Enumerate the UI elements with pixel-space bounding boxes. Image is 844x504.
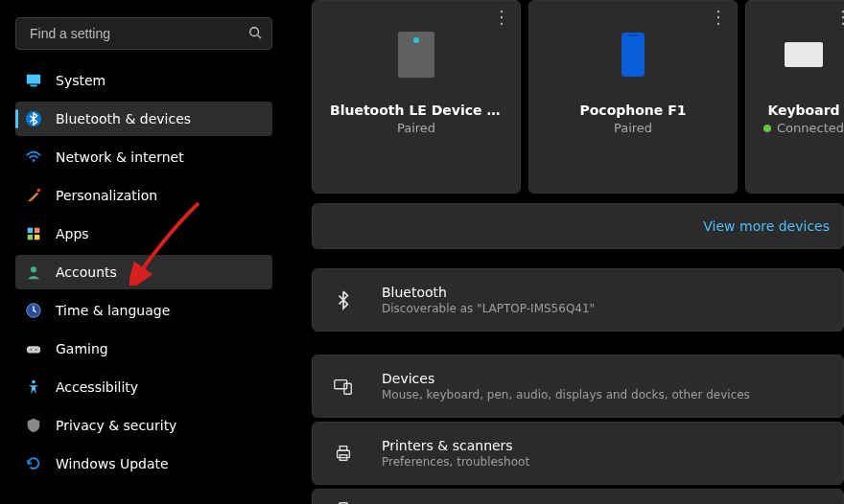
view-more-devices-bar[interactable]: View more devices (312, 203, 844, 249)
nav-list: System Bluetooth & devices Network & int… (0, 63, 288, 481)
bluetooth-toggle-row[interactable]: Bluetooth Discoverable as "LAPTOP-IMS56Q… (312, 268, 844, 332)
search-icon (248, 25, 262, 43)
device-status: Paired (614, 121, 652, 135)
svg-point-5 (33, 159, 35, 162)
sidebar-item-privacy-security[interactable]: Privacy & security (15, 408, 272, 443)
main-content: ⋮ Bluetooth LE Device 70b... Paired ⋮ Po… (312, 0, 844, 504)
monitor-icon (25, 72, 42, 89)
svg-rect-10 (35, 235, 39, 240)
apps-icon (25, 225, 42, 242)
shield-icon (25, 417, 42, 434)
svg-rect-7 (28, 228, 33, 233)
device-name: Bluetooth LE Device 70b... (330, 103, 503, 118)
sidebar-item-label: Bluetooth & devices (56, 111, 191, 126)
device-name: Keyboard (767, 103, 839, 118)
accessibility-icon (25, 378, 42, 396)
gamepad-icon (25, 340, 42, 357)
sidebar-item-label: Privacy & security (56, 418, 176, 433)
device-name: Pocophone F1 (579, 103, 686, 118)
sidebar-item-accessibility[interactable]: Accessibility (15, 370, 272, 404)
sidebar: System Bluetooth & devices Network & int… (0, 0, 288, 504)
sidebar-item-label: Windows Update (56, 456, 169, 471)
sidebar-item-time-language[interactable]: Time & language (15, 293, 272, 328)
sidebar-item-accounts[interactable]: Accounts (15, 255, 272, 289)
view-more-devices-link[interactable]: View more devices (703, 218, 830, 234)
sidebar-item-label: Accounts (56, 264, 117, 280)
card-menu-icon[interactable]: ⋮ (831, 3, 844, 31)
search-box[interactable] (15, 17, 272, 50)
row-title: Devices (382, 371, 750, 386)
svg-rect-9 (28, 235, 33, 240)
svg-rect-3 (30, 85, 36, 87)
svg-point-15 (30, 349, 32, 351)
search-wrap (0, 0, 288, 63)
svg-point-6 (37, 189, 41, 193)
svg-rect-2 (27, 75, 40, 84)
device-card[interactable]: ⋮ Pocophone F1 Paired (528, 0, 738, 194)
device-thumb-icon (785, 28, 823, 81)
svg-point-11 (31, 266, 36, 272)
device-status: Connected (763, 121, 844, 135)
svg-rect-18 (335, 380, 347, 389)
svg-point-17 (32, 380, 35, 384)
devices-row[interactable]: Devices Mouse, keyboard, pen, audio, dis… (312, 355, 844, 418)
device-thumb-icon (621, 28, 645, 81)
svg-point-0 (250, 27, 259, 35)
clock-globe-icon (25, 302, 42, 319)
search-input[interactable] (28, 25, 248, 42)
svg-point-16 (35, 349, 37, 351)
printers-scanners-row[interactable]: Printers & scanners Preferences, trouble… (312, 422, 844, 485)
bluetooth-icon (330, 289, 357, 310)
wifi-icon (25, 149, 42, 166)
person-icon (25, 263, 42, 281)
settings-list: Bluetooth Discoverable as "LAPTOP-IMS56Q… (312, 268, 844, 504)
device-thumb-icon (398, 28, 434, 81)
your-phone-row[interactable]: Your Phone (312, 489, 844, 504)
card-menu-icon[interactable]: ⋮ (706, 3, 731, 31)
printer-icon (330, 443, 357, 464)
phone-icon (330, 500, 357, 504)
row-title: Bluetooth (382, 285, 595, 300)
sidebar-item-system[interactable]: System (15, 63, 272, 98)
svg-rect-21 (340, 447, 346, 451)
sidebar-item-label: Accessibility (56, 379, 138, 395)
sidebar-item-gaming[interactable]: Gaming (15, 332, 272, 366)
bluetooth-icon (25, 110, 42, 127)
sidebar-item-personalization[interactable]: Personalization (15, 178, 272, 213)
card-menu-icon[interactable]: ⋮ (489, 3, 514, 31)
update-icon (25, 455, 42, 472)
sidebar-item-label: Network & internet (56, 149, 184, 165)
sidebar-item-label: System (56, 73, 106, 88)
row-subtitle: Mouse, keyboard, pen, audio, displays an… (382, 388, 750, 401)
svg-rect-14 (27, 346, 40, 353)
device-cards: ⋮ Bluetooth LE Device 70b... Paired ⋮ Po… (312, 0, 844, 194)
svg-rect-20 (338, 450, 350, 457)
row-title: Printers & scanners (382, 438, 529, 453)
device-card[interactable]: ⋮ Keyboard Connected (745, 0, 844, 194)
paintbrush-icon (25, 187, 42, 204)
sidebar-item-windows-update[interactable]: Windows Update (15, 447, 272, 481)
svg-line-1 (258, 34, 262, 38)
sidebar-item-label: Apps (56, 226, 89, 241)
sidebar-item-label: Personalization (56, 188, 157, 203)
svg-rect-8 (35, 228, 39, 233)
sidebar-item-label: Time & language (56, 303, 170, 318)
sidebar-item-bluetooth-devices[interactable]: Bluetooth & devices (15, 102, 272, 136)
device-status: Paired (397, 121, 435, 135)
device-card[interactable]: ⋮ Bluetooth LE Device 70b... Paired (312, 0, 521, 194)
sidebar-item-apps[interactable]: Apps (15, 217, 272, 251)
sidebar-item-label: Gaming (56, 341, 108, 356)
devices-icon (330, 376, 357, 397)
row-subtitle: Discoverable as "LAPTOP-IMS56Q41" (382, 302, 595, 315)
row-subtitle: Preferences, troubleshoot (382, 455, 529, 469)
sidebar-item-network[interactable]: Network & internet (15, 140, 272, 174)
